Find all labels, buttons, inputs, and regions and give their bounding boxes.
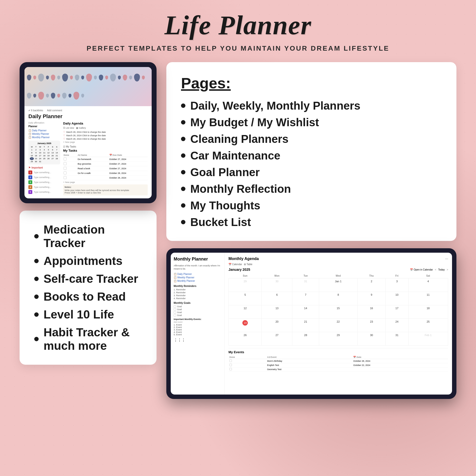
calendar-day[interactable]: 13	[262, 305, 292, 319]
reminder-3: 3. Reminder	[174, 294, 221, 297]
agenda-item-2: ♡ March 28, 2024 Click to change the dat…	[63, 134, 148, 137]
calendar-day[interactable]: 12	[229, 305, 262, 319]
today-button[interactable]: Today	[438, 268, 445, 271]
pages-item-bucket: Bucket List	[181, 216, 442, 229]
calendar-day[interactable]: 21	[292, 319, 319, 332]
type-item-3: 3 Type something...	[28, 180, 60, 184]
goal-1: Goal	[174, 305, 221, 308]
calendar-day[interactable]: 7	[292, 292, 319, 305]
left-column: ✔ 6 backlinks Add comment Daily Planner …	[19, 62, 156, 399]
calendar-day[interactable]: 19	[229, 319, 262, 332]
calendar-day[interactable]: 9	[357, 292, 386, 305]
tab-table[interactable]: ⊞ Table	[244, 263, 253, 266]
pages-box: Pages: Daily, Weekly, Monthly Planners M…	[166, 62, 457, 241]
important-label: Important	[32, 166, 43, 169]
add-comment-link[interactable]: Add comment	[47, 109, 62, 112]
pages-item-goal: Goal Planner	[181, 166, 442, 179]
nav-monthly[interactable]: 📋 Monthly Planner	[28, 136, 60, 139]
calendar-day[interactable]: 15	[319, 305, 357, 319]
calendar-day[interactable]: 24	[386, 319, 408, 332]
calendar-day[interactable]: 29	[319, 332, 357, 346]
calendar-day[interactable]: 16	[357, 305, 386, 319]
calendar-day[interactable]: 28	[292, 332, 319, 346]
bottom-left-box: Medication Tracker Appointments Self-car…	[19, 211, 156, 365]
calendar-day[interactable]: 29	[229, 278, 262, 292]
calendar-day[interactable]: 4	[408, 278, 448, 292]
monthly-inner: Monthly Planner Affirmation of the month…	[171, 253, 452, 394]
open-calendar-link[interactable]: 📅 Open in Calendar	[410, 268, 433, 271]
agenda-item-1: ♡ March 28, 2024 Click to change the dat…	[63, 131, 148, 133]
calendar-day[interactable]: 31	[292, 278, 319, 292]
list-item-medication: Medication Tracker	[34, 223, 142, 250]
day-sat: Sat	[408, 273, 448, 278]
calendar-day[interactable]: 10	[386, 292, 408, 305]
bullet-dot	[34, 259, 39, 263]
day-thu: Thu	[357, 273, 386, 278]
calendar-day[interactable]: 2	[357, 278, 386, 292]
add-event-link[interactable]: Add event	[174, 321, 221, 323]
calendar-week-row: 567891011	[229, 292, 448, 305]
important-section: ⚑ Important 1 Type something...	[28, 166, 60, 194]
calendar-day[interactable]: 30	[262, 278, 292, 292]
col-done: Done	[63, 153, 77, 157]
calendar-day[interactable]: 22	[319, 319, 357, 332]
list-item-level10: Level 10 Life	[34, 308, 142, 321]
sidebar-nav-monthly[interactable]: 📋 Monthly Planner	[174, 280, 221, 282]
right-column: Pages: Daily, Weekly, Monthly Planners M…	[166, 62, 457, 399]
calendar-day[interactable]: 27	[262, 332, 292, 346]
page-title: Life Planner	[0, 0, 476, 41]
sidebar-nav-weekly[interactable]: 📋 Weekly Planner	[174, 276, 221, 279]
monthly-agenda-title: Monthly Agenda	[228, 256, 259, 261]
calendar-day[interactable]: Feb 1	[408, 332, 448, 346]
type-item-1: 1 Type something...	[28, 170, 60, 174]
pages-item-thoughts: My Thoughts	[181, 199, 442, 212]
event-5: 5. Event	[174, 333, 221, 336]
calendar-day[interactable]: 11	[408, 292, 448, 305]
daily-agenda-title: Daily Agenda	[63, 121, 148, 125]
calendar-day[interactable]: 23	[357, 319, 386, 332]
calendar-day[interactable]: 5	[229, 292, 262, 305]
calendar-day[interactable]: 25	[408, 319, 448, 332]
bullet-dot	[181, 170, 186, 174]
agenda-item-3: ♡ March 28, 2024 Click to change the dat…	[63, 137, 148, 140]
nav-daily[interactable]: 📋 Daily Planner	[28, 129, 60, 132]
reminder-1: 1. Reminder	[174, 289, 221, 291]
calendar-day[interactable]: 8	[319, 292, 357, 305]
mini-calendar: January 2025 MTWTFSS 1234567 89101112131…	[28, 141, 60, 164]
bullet-dot	[181, 203, 186, 208]
goals-label: Monthly Goals	[174, 302, 221, 304]
event-2: 2. Event	[174, 326, 221, 328]
backlinks-link[interactable]: ✔ 6 backlinks	[28, 109, 43, 112]
type-item-4: 4 Type something...	[28, 185, 60, 189]
bullet-dot	[181, 220, 186, 224]
calendar-day[interactable]: 14	[292, 305, 319, 319]
type-item-2: 2 Type something...	[28, 175, 60, 179]
calendar-day[interactable]: 18	[408, 305, 448, 319]
reminders-label: Monthly Reminders	[174, 285, 221, 288]
calendar-day[interactable]: 6	[262, 292, 292, 305]
calendar-week-row: 262728293031Feb 1	[229, 332, 448, 346]
col-due: 📅 Due Date	[109, 153, 148, 157]
reminder-2: 2. Reminder	[174, 291, 221, 294]
day-wed: Wed	[319, 273, 357, 278]
nav-weekly[interactable]: 📋 Weekly Planner	[28, 133, 60, 135]
tab-calendar[interactable]: 📅 Calendar	[228, 263, 242, 266]
task-table: Done Aᴢ Name 📅 Due Date Do hom	[63, 153, 148, 180]
tasks-title: My Tasks	[63, 149, 148, 153]
bullet-dot	[34, 312, 39, 317]
main-layout: ✔ 6 backlinks Add comment Daily Planner …	[0, 52, 476, 409]
calendar-day[interactable]: 3	[386, 278, 408, 292]
monthly-sidebar: Monthly Planner Affirmation of the month…	[171, 253, 224, 394]
sidebar-nav-daily[interactable]: 📋 Daily Planner	[174, 273, 221, 275]
daily-planner-tablet: ✔ 6 backlinks Add comment Daily Planner …	[19, 62, 156, 203]
monthly-agenda-header: Monthly Agenda —	[228, 256, 448, 261]
goal-4: Goal	[174, 314, 221, 317]
calendar-day[interactable]: 17	[386, 305, 408, 319]
calendar-day[interactable]: 20	[262, 319, 292, 332]
calendar-day[interactable]: 31	[386, 332, 408, 346]
calendar-day[interactable]: Jan 1	[319, 278, 357, 292]
tasks-section: ☑ My Tasks My Tasks Done Aᴢ Name 📅 Due D…	[63, 145, 148, 184]
pages-item-car: Car Maintenance	[181, 149, 442, 162]
calendar-day[interactable]: 30	[357, 332, 386, 346]
calendar-day[interactable]: 26	[229, 332, 262, 346]
